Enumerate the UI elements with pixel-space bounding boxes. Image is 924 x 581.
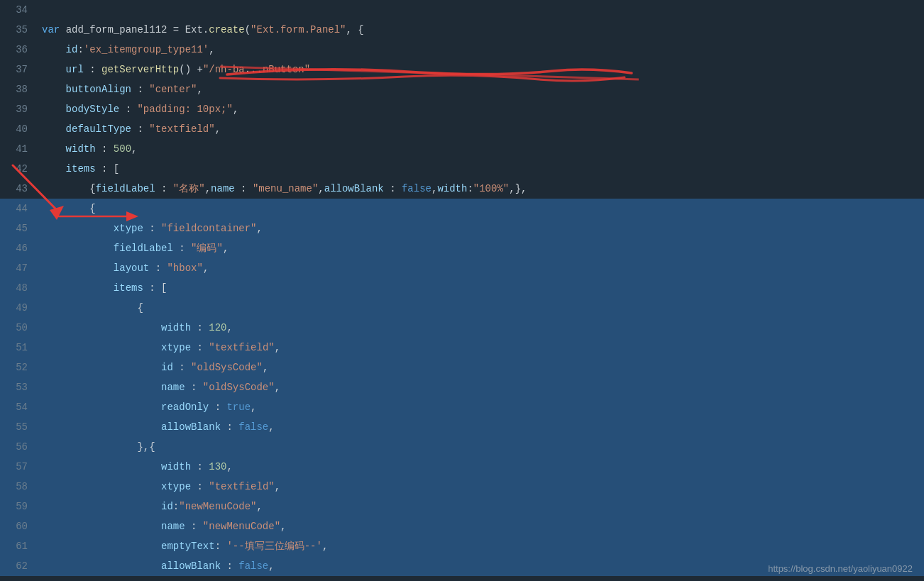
line-num-48: 48	[0, 278, 39, 298]
line-num-43: 43	[0, 179, 39, 199]
line-content-44: {	[39, 199, 924, 218]
code-line-44: 44 {	[0, 199, 924, 218]
line-num-45: 45	[0, 218, 39, 238]
line-num-61: 61	[0, 536, 39, 556]
line-num-49: 49	[0, 298, 39, 318]
line-content-56: },{	[39, 437, 924, 457]
line-content-61: emptyText: '--填写三位编码--',	[39, 536, 924, 556]
line-num-53: 53	[0, 377, 39, 397]
line-num-42: 42	[0, 159, 39, 179]
line-num-60: 60	[0, 516, 39, 536]
line-content-38: buttonAlign : "center",	[39, 79, 924, 99]
line-num-47: 47	[0, 258, 39, 278]
line-content-50: width : 120,	[39, 318, 924, 338]
code-line-56: 56 },{	[0, 437, 924, 457]
code-line-40: 40 defaultType : "textfield",	[0, 119, 924, 139]
line-num-58: 58	[0, 477, 39, 497]
line-content-35: var add_form_panel112 = Ext.create("Ext.…	[39, 20, 924, 40]
line-content-43: {fieldLabel : "名称",name : "menu_name",al…	[39, 179, 924, 199]
line-num-41: 41	[0, 139, 39, 159]
line-content-46: fieldLabel : "编码",	[39, 238, 924, 258]
line-content-53: name : "oldSysCode",	[39, 377, 924, 397]
line-num-36: 36	[0, 40, 39, 60]
line-content-40: defaultType : "textfield",	[39, 119, 924, 139]
code-line-45: 45 xtype : "fieldcontainer",	[0, 218, 924, 238]
code-line-48: 48 items : [	[0, 278, 924, 298]
code-line-47: 47 layout : "hbox",	[0, 258, 924, 278]
line-num-51: 51	[0, 338, 39, 358]
line-num-52: 52	[0, 358, 39, 377]
code-line-37: 37 url : getServerHttp() +"/nh-ba...nBut…	[0, 60, 924, 79]
code-line-42: 42 items : [	[0, 159, 924, 179]
line-content-49: {	[39, 298, 924, 318]
code-line-35: 35 var add_form_panel112 = Ext.create("E…	[0, 20, 924, 40]
code-line-36: 36 id:'ex_itemgroup_type11',	[0, 40, 924, 60]
line-num-40: 40	[0, 119, 39, 139]
code-line-50: 50 width : 120,	[0, 318, 924, 338]
line-num-56: 56	[0, 437, 39, 457]
code-line-58: 58 xtype : "textfield",	[0, 477, 924, 497]
line-content-39: bodyStyle : "padding: 10px;",	[39, 99, 924, 119]
watermark: https://blog.csdn.net/yaoliyuan0922	[768, 563, 913, 574]
code-line-52: 52 id : "oldSysCode",	[0, 358, 924, 377]
line-content-37: url : getServerHttp() +"/nh-ba...nButton…	[39, 60, 924, 79]
code-line-53: 53 name : "oldSysCode",	[0, 377, 924, 397]
code-line-55: 55 allowBlank : false,	[0, 417, 924, 437]
code-line-39: 39 bodyStyle : "padding: 10px;",	[0, 99, 924, 119]
code-line-43: 43 {fieldLabel : "名称",name : "menu_name"…	[0, 179, 924, 199]
line-num-62: 62	[0, 556, 39, 576]
code-line-49: 49 {	[0, 298, 924, 318]
line-num-50: 50	[0, 318, 39, 338]
line-content-52: id : "oldSysCode",	[39, 358, 924, 377]
code-line-34: 34	[0, 0, 924, 20]
code-line-57: 57 width : 130,	[0, 457, 924, 477]
line-num-57: 57	[0, 457, 39, 477]
line-content-42: items : [	[39, 159, 924, 179]
code-line-46: 46 fieldLabel : "编码",	[0, 238, 924, 258]
line-content-55: allowBlank : false,	[39, 417, 924, 437]
line-num-37: 37	[0, 60, 39, 79]
line-num-54: 54	[0, 397, 39, 417]
line-num-44: 44	[0, 199, 39, 218]
line-num-38: 38	[0, 79, 39, 99]
code-line-51: 51 xtype : "textfield",	[0, 338, 924, 358]
line-content-45: xtype : "fieldcontainer",	[39, 218, 924, 238]
code-line-61: 61 emptyText: '--填写三位编码--',	[0, 536, 924, 556]
line-num-35: 35	[0, 20, 39, 40]
line-num-59: 59	[0, 497, 39, 516]
line-num-39: 39	[0, 99, 39, 119]
code-line-54: 54 readOnly : true,	[0, 397, 924, 417]
code-line-59: 59 id:"newMenuCode",	[0, 497, 924, 516]
line-content-60: name : "newMenuCode",	[39, 516, 924, 536]
line-content-47: layout : "hbox",	[39, 258, 924, 278]
line-content-58: xtype : "textfield",	[39, 477, 924, 497]
code-line-41: 41 width : 500,	[0, 139, 924, 159]
line-content-57: width : 130,	[39, 457, 924, 477]
line-content-48: items : [	[39, 278, 924, 298]
line-num-46: 46	[0, 238, 39, 258]
line-num-55: 55	[0, 417, 39, 437]
code-line-38: 38 buttonAlign : "center",	[0, 79, 924, 99]
line-content-36: id:'ex_itemgroup_type11',	[39, 40, 924, 60]
line-content-51: xtype : "textfield",	[39, 338, 924, 358]
line-content-41: width : 500,	[39, 139, 924, 159]
line-content-54: readOnly : true,	[39, 397, 924, 417]
code-editor: 34 35 var add_form_panel112 = Ext.create…	[0, 0, 924, 581]
line-num-34: 34	[0, 0, 39, 20]
code-line-60: 60 name : "newMenuCode",	[0, 516, 924, 536]
line-content-59: id:"newMenuCode",	[39, 497, 924, 516]
